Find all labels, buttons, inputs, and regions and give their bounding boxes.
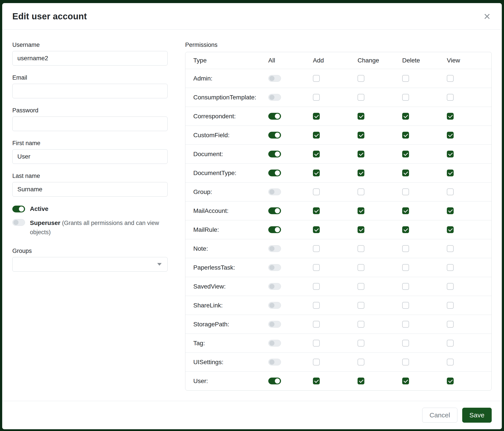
- close-icon[interactable]: ×: [482, 10, 492, 22]
- permission-add-checkbox[interactable]: [313, 132, 320, 139]
- permission-change-checkbox[interactable]: [358, 377, 364, 384]
- permission-add-checkbox[interactable]: [313, 264, 320, 271]
- permission-view-checkbox[interactable]: [447, 359, 454, 366]
- permission-add-checkbox[interactable]: [313, 302, 320, 309]
- permission-delete-checkbox[interactable]: [402, 340, 409, 347]
- permission-view-checkbox[interactable]: [447, 226, 454, 233]
- permission-all-toggle[interactable]: [268, 170, 281, 176]
- permission-add-checkbox[interactable]: [313, 226, 320, 233]
- permission-view-checkbox[interactable]: [447, 151, 454, 157]
- permission-add-checkbox[interactable]: [313, 340, 320, 347]
- permission-all-toggle[interactable]: [268, 283, 281, 290]
- permission-delete-checkbox[interactable]: [402, 189, 409, 195]
- permission-add-checkbox[interactable]: [313, 170, 320, 176]
- permission-all-toggle[interactable]: [268, 151, 281, 157]
- permission-add-checkbox[interactable]: [313, 189, 320, 195]
- permission-delete-checkbox[interactable]: [402, 283, 409, 290]
- permission-delete-checkbox[interactable]: [402, 245, 409, 252]
- permission-add-checkbox[interactable]: [313, 75, 320, 82]
- permission-view-checkbox[interactable]: [447, 75, 454, 82]
- permission-delete-checkbox[interactable]: [402, 226, 409, 233]
- permission-change-checkbox[interactable]: [358, 245, 364, 252]
- permission-all-toggle[interactable]: [268, 113, 281, 120]
- permission-view-checkbox[interactable]: [447, 207, 454, 214]
- permission-all-toggle[interactable]: [268, 245, 281, 252]
- permission-add-checkbox[interactable]: [313, 94, 320, 101]
- permission-view-checkbox[interactable]: [447, 302, 454, 309]
- permission-view-checkbox[interactable]: [447, 113, 454, 120]
- save-button[interactable]: Save: [462, 408, 492, 423]
- permission-delete-checkbox[interactable]: [402, 377, 409, 384]
- permission-delete-checkbox[interactable]: [402, 321, 409, 328]
- permission-row: MailRule:: [185, 220, 491, 239]
- permission-add-checkbox[interactable]: [313, 283, 320, 290]
- permission-view-checkbox[interactable]: [447, 283, 454, 290]
- permission-all-toggle[interactable]: [268, 132, 281, 139]
- permission-view-checkbox[interactable]: [447, 94, 454, 101]
- permission-change-checkbox[interactable]: [358, 94, 364, 101]
- email-field[interactable]: [12, 84, 168, 98]
- permission-change-checkbox[interactable]: [358, 302, 364, 309]
- permission-change-checkbox[interactable]: [358, 113, 364, 120]
- permission-delete-checkbox[interactable]: [402, 132, 409, 139]
- permission-add-checkbox[interactable]: [313, 151, 320, 157]
- permission-add-checkbox[interactable]: [313, 321, 320, 328]
- permission-delete-checkbox[interactable]: [402, 113, 409, 120]
- permission-change-checkbox[interactable]: [358, 132, 364, 139]
- permission-delete-checkbox[interactable]: [402, 207, 409, 214]
- permission-change-checkbox[interactable]: [358, 321, 364, 328]
- permission-view-checkbox[interactable]: [447, 245, 454, 252]
- permission-add-checkbox[interactable]: [313, 359, 320, 366]
- permission-all-toggle[interactable]: [268, 359, 281, 366]
- permission-change-checkbox[interactable]: [358, 207, 364, 214]
- permission-add-checkbox[interactable]: [313, 377, 320, 384]
- permission-change-checkbox[interactable]: [358, 170, 364, 176]
- permission-view-checkbox[interactable]: [447, 189, 454, 195]
- permission-add-checkbox[interactable]: [313, 245, 320, 252]
- permission-all-toggle[interactable]: [268, 94, 281, 101]
- permission-add-checkbox[interactable]: [313, 207, 320, 214]
- password-field[interactable]: [12, 117, 168, 131]
- permission-delete-checkbox[interactable]: [402, 264, 409, 271]
- permission-view-checkbox[interactable]: [447, 264, 454, 271]
- permission-change-checkbox[interactable]: [358, 283, 364, 290]
- permission-change-checkbox[interactable]: [358, 264, 364, 271]
- permission-all-toggle[interactable]: [268, 377, 281, 384]
- permission-view-checkbox[interactable]: [447, 170, 454, 176]
- permission-change-checkbox[interactable]: [358, 359, 364, 366]
- cancel-button[interactable]: Cancel: [422, 408, 457, 423]
- permissions-section: Permissions Type All Add Change Delete V…: [185, 42, 492, 401]
- permission-add-checkbox[interactable]: [313, 113, 320, 120]
- permission-all-toggle[interactable]: [268, 189, 281, 195]
- permission-all-toggle[interactable]: [268, 340, 281, 347]
- permission-change-checkbox[interactable]: [358, 151, 364, 157]
- permission-all-toggle[interactable]: [268, 264, 281, 271]
- permission-delete-checkbox[interactable]: [402, 170, 409, 176]
- first-name-input[interactable]: [12, 149, 168, 164]
- permission-view-checkbox[interactable]: [447, 132, 454, 139]
- permission-all-toggle[interactable]: [268, 226, 281, 233]
- permission-all-toggle[interactable]: [268, 75, 281, 82]
- permission-delete-checkbox[interactable]: [402, 359, 409, 366]
- permission-change-checkbox[interactable]: [358, 75, 364, 82]
- active-toggle[interactable]: [12, 206, 25, 212]
- permission-change-checkbox[interactable]: [358, 189, 364, 195]
- permission-all-toggle[interactable]: [268, 302, 281, 309]
- permission-delete-checkbox[interactable]: [402, 94, 409, 101]
- permission-all-toggle[interactable]: [268, 321, 281, 328]
- username-input[interactable]: [12, 51, 168, 65]
- permission-delete-checkbox[interactable]: [402, 302, 409, 309]
- superuser-toggle[interactable]: [12, 219, 25, 226]
- permission-all-toggle[interactable]: [268, 207, 281, 214]
- permission-change-checkbox[interactable]: [358, 340, 364, 347]
- permission-delete-checkbox[interactable]: [402, 75, 409, 82]
- groups-select[interactable]: [12, 257, 168, 272]
- permission-view-checkbox[interactable]: [447, 377, 454, 384]
- column-header-change: Change: [358, 57, 402, 64]
- permission-view-checkbox[interactable]: [447, 340, 454, 347]
- permission-delete-checkbox[interactable]: [402, 151, 409, 157]
- column-header-add: Add: [313, 57, 358, 64]
- permission-change-checkbox[interactable]: [358, 226, 364, 233]
- permission-view-checkbox[interactable]: [447, 321, 454, 328]
- last-name-input[interactable]: [12, 182, 168, 197]
